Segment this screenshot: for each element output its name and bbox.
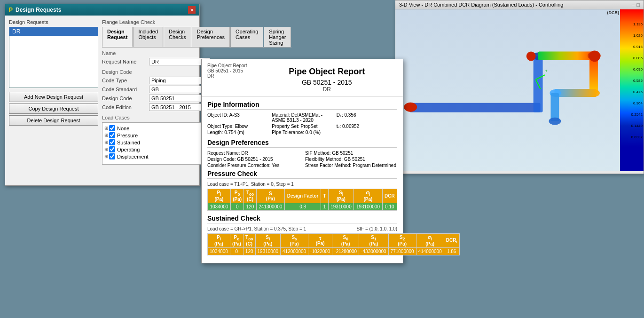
restore-icon[interactable]: □ (636, 2, 640, 8)
sus-cell-po: 0 (230, 248, 243, 255)
expand-icon[interactable]: ⊞ (104, 154, 108, 159)
tab-included-objects[interactable]: Included Objects (133, 27, 163, 47)
code-type-label: Code Type (102, 78, 149, 83)
sustained-sif: SIF = (1.0, 1.0, 1.0) (357, 226, 397, 231)
length: Length: 0.754 (m) (207, 130, 268, 135)
pressure-col-sigma: σi(Pa) (354, 189, 382, 203)
pref-request-name: Request Name: DR (207, 151, 299, 156)
pressure-label: Pressure (117, 133, 138, 138)
window-title: Design Requests (16, 7, 61, 13)
cell-T: 1 (321, 203, 328, 211)
svg-rect-5 (538, 51, 594, 60)
sustained-load-case: Load case = GR->P1, Station = 0.375, Ste… (207, 226, 306, 231)
dcr-value-3: 0.806 (621, 56, 643, 60)
pipe-tolerance: Pipe Tolerance: 0.0 (%) (272, 130, 332, 135)
design-requests-window: P Design Requests ✕ Design Requests DR A… (5, 4, 200, 186)
sustained-label: Sustained (117, 140, 140, 145)
sus-col-s0: S0(Pa) (332, 234, 359, 248)
dcr-value-9: 0.1449 (621, 124, 643, 128)
view-3d-window: 3-D View - DR Combined DCR Diagram (Sust… (395, 0, 644, 174)
svg-text:+: + (545, 69, 548, 73)
dcr-title-label: (DCR) (607, 10, 620, 15)
dr-list-item[interactable]: DR (9, 27, 98, 36)
sus-cell-ss: 412000000 (281, 248, 308, 255)
minimize-icon[interactable]: − (632, 2, 635, 8)
none-checkbox[interactable] (109, 125, 115, 131)
pressure-col-po: Po(Pa) (230, 189, 243, 203)
pipe-info-grid: Object ID: A-S3 Material: DefASMEMat - A… (207, 112, 397, 135)
tw: tᵤ: 0.00952 (337, 124, 397, 129)
report-title-line3: DR (257, 86, 398, 93)
dcr-value-8: 0.2542 (621, 113, 643, 117)
code-edition-label: Code Edition (102, 104, 149, 110)
copy-design-request-button[interactable]: Copy Design Request (9, 103, 98, 114)
tab-spring-hanger-sizing[interactable]: Spring Hanger Sizing (264, 27, 291, 47)
window-body: Design Requests DR Add New Design Reques… (5, 16, 199, 185)
sus-cell-s2: 771000000 (388, 248, 416, 255)
pref-pressure-correction: Consider Pressure Correction: Yes (207, 163, 299, 168)
expand-icon[interactable]: ⊞ (104, 147, 108, 152)
dcr-value-0: 1.136 (621, 23, 643, 26)
pipe-3d-diagram: + (395, 9, 620, 171)
sus-col-pi: Pi(Pa) (208, 234, 230, 248)
sus-cell-sigma: 414000000 (416, 248, 444, 255)
object-type: Object Type: Elbow (207, 124, 268, 129)
displacement-checkbox[interactable] (109, 153, 115, 159)
tab-design-checks[interactable]: Design Checks (164, 27, 191, 47)
expand-icon[interactable]: ⊞ (104, 126, 108, 131)
pressure-load-case: Load case = T1+P1, Station = 0, Step = 1 (207, 182, 397, 187)
tab-operating-cases[interactable]: Operating Cases (230, 27, 263, 47)
operating-label: Operating (117, 147, 140, 152)
view-3d-body: + (DCR) 1.136 1.026 0.916 0.806 0.695 0.… (395, 9, 644, 171)
tab-design-preferences[interactable]: Design Preferences (192, 27, 230, 47)
pressure-data-row: 1034000 0 120 241300000 0.8 1 19310000 1… (208, 203, 397, 211)
sus-col-po: Po(Pa) (230, 234, 243, 248)
request-name-label: Request Name (102, 59, 149, 64)
expand-icon[interactable]: ⊞ (104, 133, 108, 138)
pref-flex-method: Flexibility Method: GB 50251 (305, 157, 397, 162)
code-standard-label: Code Standard (102, 87, 149, 92)
cell-sigma: 193100000 (354, 203, 382, 211)
svg-point-15 (526, 51, 536, 61)
report-header-small: Pipe Object ReportGB 50251 - 2015DR (207, 63, 247, 79)
sus-col-s2: S2(Pa) (388, 234, 416, 248)
tabs-bar: Design Request Included Objects Design C… (102, 27, 291, 48)
design-code-label: Design Code (102, 95, 149, 101)
tab-design-request[interactable]: Design Request (102, 27, 133, 47)
delete-design-request-button[interactable]: Delete Design Request (9, 115, 98, 126)
report-title-line1: Pipe Object Report (257, 63, 398, 79)
sus-col-si: Si(Pa) (255, 234, 281, 248)
property-set: Property Set: PropSet (272, 124, 332, 129)
sus-cell-pi: 1034000 (208, 248, 230, 255)
operating-checkbox[interactable] (109, 146, 115, 152)
sustained-data-row: 1034000 0 120 19310000 412000000 -102200… (208, 248, 460, 255)
add-new-design-request-button[interactable]: Add New Design Request (9, 92, 98, 102)
svg-point-13 (404, 103, 417, 112)
pressure-checkbox[interactable] (109, 132, 115, 138)
expand-icon[interactable]: ⊞ (104, 140, 108, 145)
dr-list: DR (9, 27, 98, 88)
pref-sif-method: SIF Method: GB 50251 (305, 151, 397, 156)
pref-design-code: Design Code: GB 50251 - 2015 (207, 157, 299, 162)
sus-col-s1: S1(Pa) (359, 234, 388, 248)
sustained-checkbox[interactable] (109, 139, 115, 145)
sus-col-sigma: σi(Pa) (416, 234, 444, 248)
pressure-check-section: Pressure Check Load case = T1+P1, Statio… (207, 170, 397, 211)
window-titlebar: P Design Requests ✕ (5, 4, 199, 16)
close-button[interactable]: ✕ (188, 6, 196, 14)
material: Material: DefASMEMat - ASME B31.3 - 2020 (272, 112, 332, 123)
dr-list-label: Design Requests (9, 19, 98, 25)
dcr-value-1: 1.026 (621, 34, 643, 38)
sus-cell-s1: -433000000 (359, 248, 388, 255)
sus-cell-s0: -21280000 (332, 248, 359, 255)
dcr-value-2: 0.916 (621, 45, 643, 49)
sus-cell-t: 120 (243, 248, 255, 255)
cell-si: 19310000 (328, 203, 354, 211)
sus-cell-si: 19310000 (255, 248, 281, 255)
dcr-value-10: 0.0337 (621, 135, 643, 139)
sus-col-tau: τ(Pa) (308, 234, 332, 248)
cell-df: 0.8 (284, 203, 321, 211)
view-3d-title: 3-D View - DR Combined DCR Diagram (Sust… (399, 2, 564, 8)
dcr-value-4: 0.695 (621, 68, 643, 72)
color-scale-values: 1.136 1.026 0.916 0.806 0.695 0.585 0.47… (621, 23, 643, 139)
